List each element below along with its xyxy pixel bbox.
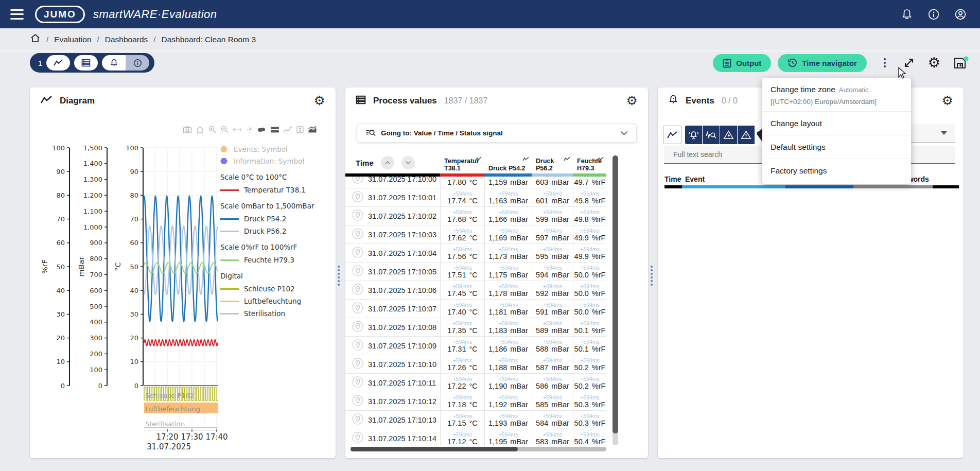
info-icon[interactable] xyxy=(927,8,940,21)
legend-series-item[interactable]: Druck P56.2 xyxy=(220,227,332,235)
legend-marker-item[interactable]: Events: Symbol xyxy=(220,145,332,153)
legend-series-item[interactable]: Druck P54.2 xyxy=(220,215,332,223)
svg-text:700: 700 xyxy=(90,271,102,278)
svg-text:30: 30 xyxy=(130,310,138,318)
warning-filter-button[interactable] xyxy=(738,126,755,144)
process-values-search-dropdown[interactable]: Going to: Value / Time / Status signal xyxy=(357,124,637,143)
legend-series-item[interactable]: Sterilisation xyxy=(220,309,332,318)
row-timestamp: 31.07.2025 17:10:01 xyxy=(368,194,436,202)
table-row[interactable]: 31.07.2025 17:10:05+594ms17.51°C+594ms1,… xyxy=(345,263,606,281)
horizontal-scrollbar[interactable] xyxy=(351,447,606,451)
sort-down-button[interactable] xyxy=(401,156,415,169)
toggle-info-widget-button[interactable] xyxy=(126,55,149,71)
show-curve-icon[interactable] xyxy=(564,156,570,163)
svg-text:100: 100 xyxy=(90,366,102,374)
svg-text:60: 60 xyxy=(130,239,138,247)
toggle-events-widget-button[interactable] xyxy=(102,55,126,71)
fullscreen-expand-icon[interactable] xyxy=(903,57,915,69)
legend-series-item[interactable]: Luftbefeuchtung xyxy=(220,297,332,305)
table-row[interactable]: 31.07.2025 17:10:01+594ms17.74°C+594ms1,… xyxy=(345,188,606,207)
table-row[interactable]: 31.07.2025 17:10:03+594ms17.62°C+594ms1,… xyxy=(345,225,606,244)
location-pin-icon xyxy=(352,302,364,316)
more-options-kebab-button[interactable] xyxy=(880,56,890,69)
sort-up-button[interactable] xyxy=(381,156,394,169)
toggle-diagram-widget-button[interactable] xyxy=(46,55,70,71)
process-values-settings-gear-icon[interactable]: ⚙ xyxy=(626,94,638,107)
menu-item[interactable]: Change layout xyxy=(762,112,911,135)
breadcrumb-items: /Evaluation/Dashboards/Dashboard: Clean … xyxy=(41,35,256,44)
menu-item[interactable]: Factory settings xyxy=(762,159,911,183)
svg-text:200: 200 xyxy=(90,350,102,358)
value-cell: +594ms17.68°C xyxy=(440,207,484,225)
table-row[interactable]: 31.07.2025 17:10:13+594ms17.15°C+594ms1,… xyxy=(345,411,606,429)
menu-item[interactable]: Change time zoneAutomatic[(UTC+02:00) Eu… xyxy=(762,78,911,112)
location-pin-icon xyxy=(352,228,364,242)
row-timestamp: 31.07.2025 17:10:10 xyxy=(368,360,436,369)
more-options-menu: Change time zoneAutomatic[(UTC+02:00) Eu… xyxy=(762,78,911,184)
dashboard-settings-gear-icon[interactable]: ⚙ xyxy=(928,55,940,71)
events-event-column-header: Event xyxy=(685,175,705,183)
save-icon[interactable] xyxy=(953,56,969,70)
table-row[interactable]: 31.07.2025 17:10:07+594ms17.40°C+594ms1,… xyxy=(345,300,606,318)
breadcrumb-separator: / xyxy=(46,35,48,44)
power-alarm-filter-button[interactable] xyxy=(720,126,738,144)
search-list-icon xyxy=(365,129,376,137)
legend-series-item[interactable]: Feuchte H79.3 xyxy=(220,256,332,264)
table-row[interactable]: 31.07.2025 17:10:04+594ms17.56°C+594ms1,… xyxy=(345,244,606,263)
process-values-panel: Process values 1837 / 1837 ⚙ Going to: V… xyxy=(345,88,648,458)
signal-column-header[interactable]: DruckP56.2 xyxy=(532,152,573,173)
value-cell: +594ms1,192mBar xyxy=(484,392,532,410)
breadcrumb-item[interactable]: Evaluation xyxy=(54,35,91,44)
events-show-in-chart-button[interactable] xyxy=(663,126,681,144)
account-icon[interactable] xyxy=(954,8,967,21)
table-row[interactable]: 31.07.2025 17:10:11+594ms17.22°C+594ms1,… xyxy=(345,374,606,392)
breadcrumb-item[interactable]: Dashboards xyxy=(105,35,148,44)
svg-text:300: 300 xyxy=(90,334,102,342)
table-row[interactable]: 31.07.2025 17:10:00+594ms17.80°C+594ms1,… xyxy=(345,177,606,188)
signal-analysis-filter-button[interactable] xyxy=(703,126,720,144)
events-settings-gear-icon[interactable]: ⚙ xyxy=(942,94,953,107)
series-color-line xyxy=(220,189,239,191)
show-curve-icon[interactable] xyxy=(597,156,604,163)
row-timestamp: 31.07.2025 17:10:14 xyxy=(368,434,436,443)
table-row[interactable]: 31.07.2025 17:10:09+594ms17.31°C+594ms1,… xyxy=(345,337,606,355)
table-row[interactable]: 31.07.2025 17:10:08+594ms17.35°C+594ms1,… xyxy=(345,318,606,337)
events-panel-title: Events xyxy=(686,96,714,106)
panel-resize-handle[interactable] xyxy=(650,266,653,286)
location-pin-icon xyxy=(352,265,364,279)
svg-text:70: 70 xyxy=(56,215,65,223)
search-dropdown-label: Going to: Value / Time / Status signal xyxy=(381,129,503,137)
table-row[interactable]: 31.07.2025 17:10:06+594ms17.45°C+594ms1,… xyxy=(345,281,606,300)
hamburger-menu-icon[interactable] xyxy=(10,9,24,20)
value-cell: +594ms1,183mBar xyxy=(484,318,532,336)
signal-column-header[interactable]: TemperaturT38.1 xyxy=(440,152,484,173)
signal-column-header[interactable]: Druck P54.2 xyxy=(484,152,532,173)
legend-marker-item[interactable]: Information: Symbol xyxy=(220,157,332,165)
output-button[interactable]: Output xyxy=(713,54,771,72)
toggle-table-widget-button[interactable] xyxy=(74,55,98,71)
show-curve-icon[interactable] xyxy=(522,156,529,163)
table-row[interactable]: 31.07.2025 17:10:12+594ms17.18°C+594ms1,… xyxy=(345,392,606,411)
home-icon[interactable] xyxy=(30,33,41,46)
table-row[interactable]: 31.07.2025 17:10:02+594ms17.68°C+594ms1,… xyxy=(345,207,606,225)
time-navigator-button[interactable]: Time navigator xyxy=(778,54,866,72)
show-curve-icon[interactable] xyxy=(475,156,482,163)
legend-series-item[interactable]: Schleuse P102 xyxy=(220,285,332,293)
legend-series-item[interactable]: Temperatur T38.1 xyxy=(220,186,332,194)
location-pin-icon xyxy=(352,339,364,353)
menu-item[interactable]: Default settings xyxy=(762,135,911,159)
notifications-bell-icon[interactable] xyxy=(901,8,913,21)
value-cell: +594ms1,175mBar xyxy=(484,263,532,281)
signal-column-header[interactable]: FeuchteH79.3 xyxy=(573,152,606,173)
value-cell: +594ms17.51°C xyxy=(440,263,484,281)
value-cell: +594ms50.1%rF xyxy=(573,318,606,336)
series-color-line xyxy=(220,301,239,302)
alarm-filter-button[interactable] xyxy=(685,126,703,144)
svg-text:1,500: 1,500 xyxy=(83,144,102,152)
table-row[interactable]: 31.07.2025 17:10:14+594ms17.12°C+594ms1,… xyxy=(345,429,606,446)
location-pin-icon xyxy=(352,413,364,427)
svg-text:1,200: 1,200 xyxy=(83,191,102,199)
vertical-scrollbar[interactable] xyxy=(612,155,618,445)
table-row[interactable]: 31.07.2025 17:10:10+594ms17.26°C+594ms1,… xyxy=(345,355,606,374)
panel-resize-handle[interactable] xyxy=(337,266,340,286)
